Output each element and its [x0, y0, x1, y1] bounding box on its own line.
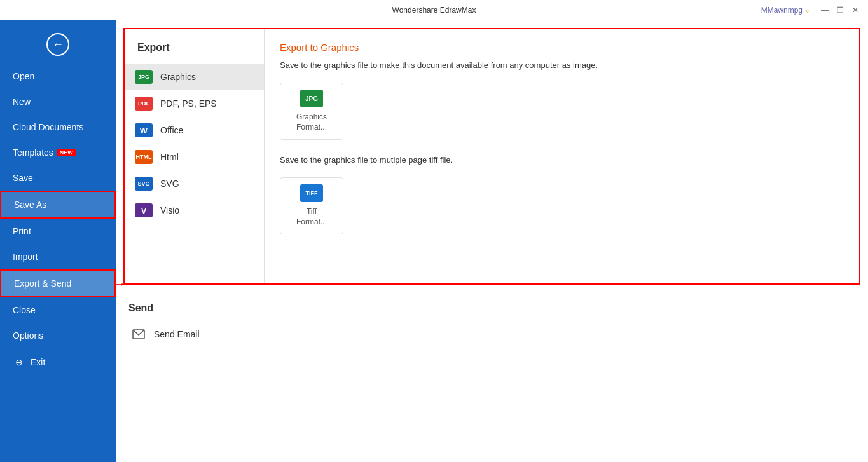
- user-info[interactable]: MMawnmpg ⬦: [761, 6, 809, 15]
- export-panel: Export JPG Graphics PDF PDF, PS, EPS W O…: [125, 29, 859, 283]
- exit-icon: ⊖: [13, 356, 25, 369]
- title-bar-right: MMawnmpg ⬦ — ❐ ✕: [761, 5, 860, 15]
- sidebar-item-new[interactable]: New: [0, 89, 116, 114]
- visio-label: Visio: [160, 205, 179, 215]
- send-email-label: Send Email: [154, 329, 200, 339]
- title-bar: Wondershare EdrawMax MMawnmpg ⬦ — ❐ ✕: [0, 0, 868, 20]
- back-circle-icon: ←: [46, 33, 69, 56]
- sidebar-label-open: Open: [13, 71, 34, 81]
- visio-icon: V: [135, 203, 153, 217]
- pdf-label: PDF, PS, EPS: [160, 99, 217, 109]
- send-header: Send: [128, 302, 855, 314]
- sidebar-item-open[interactable]: Open: [0, 64, 116, 89]
- sidebar-label-exit: Exit: [31, 357, 45, 367]
- email-icon: [131, 327, 146, 342]
- office-label: Office: [160, 125, 183, 135]
- sidebar-item-exit[interactable]: ⊖ Exit: [0, 348, 116, 376]
- sidebar-label-close: Close: [13, 305, 36, 315]
- tiff-format-card[interactable]: TIFF TiffFormat...: [280, 177, 343, 234]
- sidebar-label-save-as: Save As: [14, 200, 46, 210]
- window-controls: — ❐ ✕: [820, 5, 860, 15]
- export-nav-office[interactable]: W Office: [125, 117, 264, 144]
- sidebar-item-cloud[interactable]: Cloud Documents: [0, 114, 116, 140]
- sidebar-item-templates[interactable]: Templates NEW: [0, 140, 116, 165]
- app-title: Wondershare EdrawMax: [392, 6, 476, 15]
- export-header: Export: [125, 29, 264, 64]
- graphics-format-label: GraphicsFormat...: [296, 112, 327, 132]
- export-nav-graphics[interactable]: JPG Graphics: [125, 64, 264, 90]
- sidebar-item-save[interactable]: Save: [0, 165, 116, 191]
- export-nav-pdf[interactable]: PDF PDF, PS, EPS: [125, 90, 264, 117]
- minimize-button[interactable]: —: [820, 5, 830, 15]
- sidebar-item-options[interactable]: Options: [0, 323, 116, 348]
- back-button[interactable]: ←: [0, 25, 116, 64]
- content-area: Export JPG Graphics PDF PDF, PS, EPS W O…: [116, 20, 868, 462]
- user-dropdown-icon[interactable]: ⬦: [805, 6, 809, 15]
- export-format-cards-row2: TIFF TiffFormat...: [280, 177, 844, 234]
- svg-label: SVG: [160, 179, 179, 189]
- export-section2-desc: Save to the graphics file to mutiple pag…: [280, 155, 844, 165]
- html-icon: HTML: [135, 150, 153, 164]
- export-nav-html[interactable]: HTML Html: [125, 144, 264, 170]
- sidebar-label-templates: Templates: [13, 147, 53, 158]
- export-nav: Export JPG Graphics PDF PDF, PS, EPS W O…: [125, 29, 265, 283]
- sidebar-item-export[interactable]: Export & Send →: [0, 269, 116, 297]
- send-section: Send Send Email: [116, 292, 868, 357]
- username: MMawnmpg: [761, 6, 803, 15]
- sidebar-label-options: Options: [13, 330, 43, 341]
- export-content: Export to Graphics Save to the graphics …: [265, 29, 859, 283]
- sidebar-item-import[interactable]: Import: [0, 244, 116, 269]
- sidebar-label-new: New: [13, 97, 31, 107]
- export-content-title: Export to Graphics: [280, 42, 844, 53]
- graphics-icon: JPG: [135, 70, 153, 84]
- export-nav-visio[interactable]: V Visio: [125, 197, 264, 224]
- sidebar-item-close[interactable]: Close: [0, 297, 116, 323]
- graphics-format-card[interactable]: JPG GraphicsFormat...: [280, 83, 343, 140]
- close-button[interactable]: ✕: [850, 5, 860, 15]
- html-label: Html: [160, 152, 179, 162]
- graphics-format-icon: JPG: [300, 90, 323, 107]
- office-icon: W: [135, 123, 153, 137]
- sidebar-item-save-as[interactable]: Save As: [0, 191, 116, 219]
- tiff-format-label: TiffFormat...: [296, 207, 327, 227]
- sidebar-label-import: Import: [13, 252, 38, 262]
- export-section1-desc: Save to the graphics file to make this d…: [280, 60, 844, 70]
- sidebar-label-print: Print: [13, 226, 31, 236]
- back-arrow-icon: ←: [52, 38, 64, 51]
- export-panel-wrapper: Export JPG Graphics PDF PDF, PS, EPS W O…: [123, 28, 860, 285]
- graphics-label: Graphics: [160, 72, 196, 82]
- svg-icon: SVG: [135, 177, 153, 191]
- main-layout: ← Open New Cloud Documents Templates NEW…: [0, 20, 868, 462]
- sidebar-label-cloud: Cloud Documents: [13, 122, 83, 132]
- sidebar: ← Open New Cloud Documents Templates NEW…: [0, 20, 116, 462]
- tiff-format-icon: TIFF: [300, 184, 323, 202]
- sidebar-item-print[interactable]: Print: [0, 219, 116, 244]
- pdf-icon: PDF: [135, 97, 153, 111]
- send-email-item[interactable]: Send Email: [128, 322, 855, 347]
- export-nav-svg[interactable]: SVG SVG: [125, 170, 264, 197]
- export-arrow-icon: →: [113, 276, 126, 291]
- restore-button[interactable]: ❐: [835, 5, 845, 15]
- sidebar-label-save: Save: [13, 173, 33, 183]
- templates-new-badge: NEW: [57, 149, 76, 156]
- export-format-cards-row1: JPG GraphicsFormat...: [280, 83, 844, 140]
- sidebar-label-export: Export & Send: [14, 278, 71, 289]
